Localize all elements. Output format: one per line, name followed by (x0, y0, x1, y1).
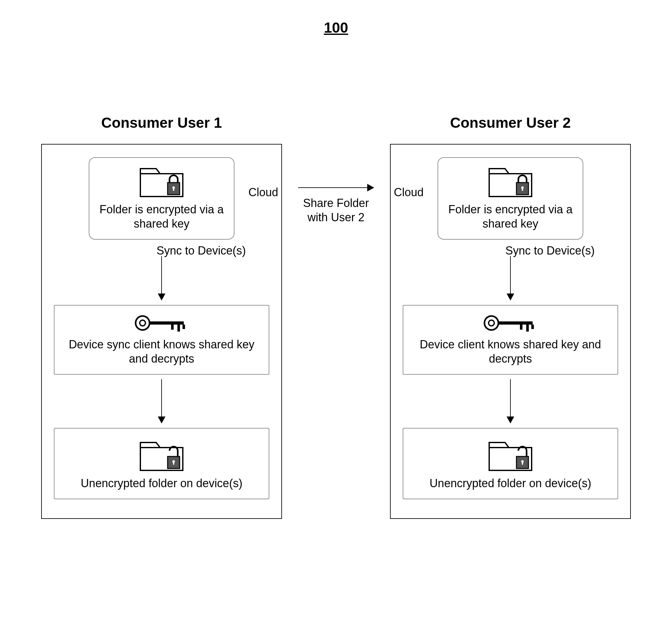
user2-cloud-card-label: Folder is encrypted via a shared key (448, 202, 573, 231)
user1-cloud-label: Cloud (248, 186, 278, 199)
diagram-page: 100 Consumer User 1 (0, 0, 672, 620)
share-label: Share Folder with User 2 (291, 196, 381, 224)
svg-rect-17 (522, 188, 523, 191)
svg-rect-13 (173, 462, 174, 465)
right-arrow-icon (298, 184, 374, 192)
user1-cloud-card-label: Folder is encrypted via a shared key (99, 202, 224, 231)
user2-device-card: Device client knows shared key and decry… (403, 305, 618, 375)
user1-sync-label: Sync to Device(s) (157, 244, 246, 257)
key-icon (133, 312, 190, 334)
svg-point-18 (485, 316, 498, 330)
user2-sync-arrow: Sync to Device(s) (426, 244, 595, 301)
svg-point-4 (135, 316, 150, 330)
svg-rect-21 (520, 324, 522, 330)
user1-box: Folder is encrypted via a shared key Clo… (41, 144, 282, 519)
locked-folder-icon (487, 164, 534, 199)
user2-box: Cloud Folder is enc (390, 144, 631, 519)
user1-result-card: Unencrypted folder on device(s) (54, 428, 269, 499)
user1-column: Consumer User 1 (32, 114, 291, 519)
unlocked-folder-icon (487, 435, 534, 473)
user2-title: Consumer User 2 (450, 114, 571, 131)
user1-title: Consumer User 1 (101, 114, 222, 131)
diagram-layout: Consumer User 1 (32, 114, 640, 519)
svg-rect-23 (531, 324, 534, 329)
user1-device-card: Device sync client knows shared key and … (54, 305, 269, 375)
svg-point-5 (140, 320, 146, 326)
figure-number: 100 (324, 19, 348, 36)
svg-point-19 (489, 320, 494, 326)
user2-cloud-label: Cloud (394, 186, 424, 199)
svg-rect-27 (522, 462, 523, 465)
user1-device-card-label: Device sync client knows shared key and … (64, 337, 259, 366)
share-column: Share Folder with User 2 (291, 114, 381, 224)
user2-column: Consumer User 2 Cloud (381, 114, 640, 519)
user2-cloud-card: Folder is encrypted via a shared key (438, 157, 583, 240)
user2-result-card-label: Unencrypted folder on device(s) (430, 476, 591, 490)
user2-result-card: Unencrypted folder on device(s) (403, 428, 618, 499)
key-icon (482, 312, 539, 334)
user2-cloud-row: Cloud Folder is enc (400, 157, 621, 240)
svg-rect-20 (498, 321, 533, 324)
user1-result-card-label: Unencrypted folder on device(s) (81, 476, 242, 490)
svg-rect-9 (182, 324, 185, 329)
unlocked-folder-icon (138, 435, 185, 473)
user1-cloud-row: Folder is encrypted via a shared key Clo… (51, 157, 272, 240)
user1-cloud-card: Folder is encrypted via a shared key (89, 157, 234, 240)
svg-rect-7 (171, 324, 174, 330)
svg-rect-8 (177, 324, 180, 331)
svg-rect-22 (526, 324, 529, 331)
user2-sync-label: Sync to Device(s) (505, 244, 595, 257)
user2-device-card-label: Device client knows shared key and decry… (413, 337, 608, 366)
svg-rect-6 (149, 321, 184, 324)
user1-sync-arrow: Sync to Device(s) (77, 244, 246, 301)
locked-folder-icon (138, 164, 185, 199)
svg-rect-3 (173, 188, 174, 191)
